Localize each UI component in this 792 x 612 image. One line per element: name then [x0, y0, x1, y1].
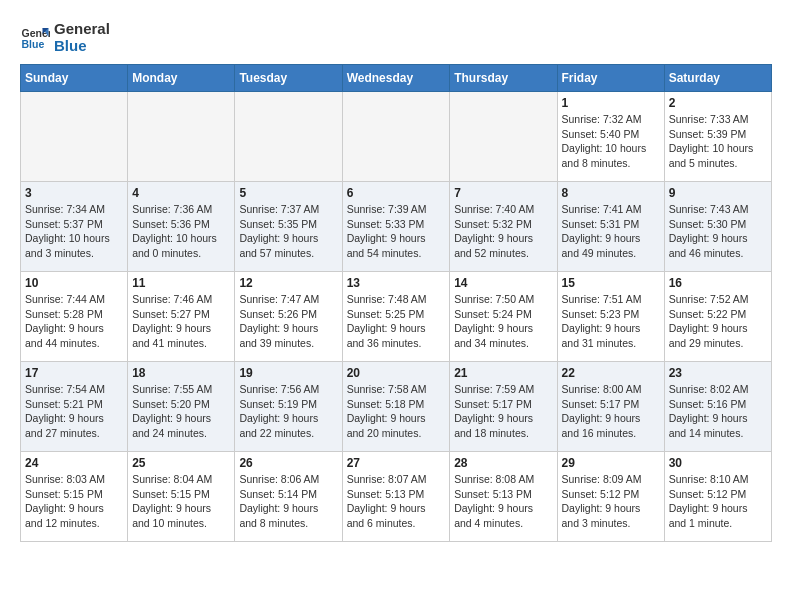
day-cell: 29Sunrise: 8:09 AM Sunset: 5:12 PM Dayli… — [557, 452, 664, 542]
day-number: 18 — [132, 366, 230, 380]
week-row-5: 24Sunrise: 8:03 AM Sunset: 5:15 PM Dayli… — [21, 452, 772, 542]
day-number: 26 — [239, 456, 337, 470]
day-number: 7 — [454, 186, 552, 200]
day-cell: 25Sunrise: 8:04 AM Sunset: 5:15 PM Dayli… — [128, 452, 235, 542]
day-number: 12 — [239, 276, 337, 290]
day-cell: 4Sunrise: 7:36 AM Sunset: 5:36 PM Daylig… — [128, 182, 235, 272]
day-info: Sunrise: 7:55 AM Sunset: 5:20 PM Dayligh… — [132, 382, 230, 441]
day-cell: 13Sunrise: 7:48 AM Sunset: 5:25 PM Dayli… — [342, 272, 450, 362]
weekday-header-thursday: Thursday — [450, 65, 557, 92]
day-number: 10 — [25, 276, 123, 290]
day-cell: 20Sunrise: 7:58 AM Sunset: 5:18 PM Dayli… — [342, 362, 450, 452]
day-info: Sunrise: 7:56 AM Sunset: 5:19 PM Dayligh… — [239, 382, 337, 441]
day-number: 25 — [132, 456, 230, 470]
day-cell: 26Sunrise: 8:06 AM Sunset: 5:14 PM Dayli… — [235, 452, 342, 542]
day-cell: 1Sunrise: 7:32 AM Sunset: 5:40 PM Daylig… — [557, 92, 664, 182]
day-number: 21 — [454, 366, 552, 380]
day-info: Sunrise: 8:02 AM Sunset: 5:16 PM Dayligh… — [669, 382, 767, 441]
day-number: 28 — [454, 456, 552, 470]
day-number: 9 — [669, 186, 767, 200]
day-cell: 6Sunrise: 7:39 AM Sunset: 5:33 PM Daylig… — [342, 182, 450, 272]
day-cell: 24Sunrise: 8:03 AM Sunset: 5:15 PM Dayli… — [21, 452, 128, 542]
day-cell: 15Sunrise: 7:51 AM Sunset: 5:23 PM Dayli… — [557, 272, 664, 362]
day-number: 19 — [239, 366, 337, 380]
day-number: 30 — [669, 456, 767, 470]
day-number: 23 — [669, 366, 767, 380]
day-number: 13 — [347, 276, 446, 290]
day-number: 11 — [132, 276, 230, 290]
day-info: Sunrise: 7:44 AM Sunset: 5:28 PM Dayligh… — [25, 292, 123, 351]
day-cell: 27Sunrise: 8:07 AM Sunset: 5:13 PM Dayli… — [342, 452, 450, 542]
day-cell: 2Sunrise: 7:33 AM Sunset: 5:39 PM Daylig… — [664, 92, 771, 182]
weekday-header-row: SundayMondayTuesdayWednesdayThursdayFrid… — [21, 65, 772, 92]
weekday-header-monday: Monday — [128, 65, 235, 92]
day-number: 3 — [25, 186, 123, 200]
day-number: 1 — [562, 96, 660, 110]
week-row-4: 17Sunrise: 7:54 AM Sunset: 5:21 PM Dayli… — [21, 362, 772, 452]
day-cell — [128, 92, 235, 182]
day-info: Sunrise: 7:34 AM Sunset: 5:37 PM Dayligh… — [25, 202, 123, 261]
weekday-header-sunday: Sunday — [21, 65, 128, 92]
weekday-header-tuesday: Tuesday — [235, 65, 342, 92]
day-info: Sunrise: 7:41 AM Sunset: 5:31 PM Dayligh… — [562, 202, 660, 261]
day-info: Sunrise: 8:09 AM Sunset: 5:12 PM Dayligh… — [562, 472, 660, 531]
day-cell: 16Sunrise: 7:52 AM Sunset: 5:22 PM Dayli… — [664, 272, 771, 362]
day-number: 4 — [132, 186, 230, 200]
day-info: Sunrise: 7:33 AM Sunset: 5:39 PM Dayligh… — [669, 112, 767, 171]
day-number: 16 — [669, 276, 767, 290]
week-row-3: 10Sunrise: 7:44 AM Sunset: 5:28 PM Dayli… — [21, 272, 772, 362]
day-info: Sunrise: 7:50 AM Sunset: 5:24 PM Dayligh… — [454, 292, 552, 351]
day-info: Sunrise: 7:52 AM Sunset: 5:22 PM Dayligh… — [669, 292, 767, 351]
page-header: General Blue General Blue — [20, 20, 772, 54]
day-info: Sunrise: 7:48 AM Sunset: 5:25 PM Dayligh… — [347, 292, 446, 351]
day-info: Sunrise: 7:58 AM Sunset: 5:18 PM Dayligh… — [347, 382, 446, 441]
day-number: 20 — [347, 366, 446, 380]
day-info: Sunrise: 8:04 AM Sunset: 5:15 PM Dayligh… — [132, 472, 230, 531]
day-info: Sunrise: 8:06 AM Sunset: 5:14 PM Dayligh… — [239, 472, 337, 531]
week-row-2: 3Sunrise: 7:34 AM Sunset: 5:37 PM Daylig… — [21, 182, 772, 272]
day-info: Sunrise: 7:37 AM Sunset: 5:35 PM Dayligh… — [239, 202, 337, 261]
week-row-1: 1Sunrise: 7:32 AM Sunset: 5:40 PM Daylig… — [21, 92, 772, 182]
day-info: Sunrise: 8:08 AM Sunset: 5:13 PM Dayligh… — [454, 472, 552, 531]
day-info: Sunrise: 7:39 AM Sunset: 5:33 PM Dayligh… — [347, 202, 446, 261]
logo-icon: General Blue — [20, 22, 50, 52]
weekday-header-friday: Friday — [557, 65, 664, 92]
weekday-header-wednesday: Wednesday — [342, 65, 450, 92]
day-info: Sunrise: 7:47 AM Sunset: 5:26 PM Dayligh… — [239, 292, 337, 351]
day-cell: 7Sunrise: 7:40 AM Sunset: 5:32 PM Daylig… — [450, 182, 557, 272]
day-cell: 10Sunrise: 7:44 AM Sunset: 5:28 PM Dayli… — [21, 272, 128, 362]
day-number: 24 — [25, 456, 123, 470]
day-number: 2 — [669, 96, 767, 110]
day-number: 29 — [562, 456, 660, 470]
logo-line1: General — [54, 20, 110, 37]
day-cell: 21Sunrise: 7:59 AM Sunset: 5:17 PM Dayli… — [450, 362, 557, 452]
day-number: 22 — [562, 366, 660, 380]
day-cell: 22Sunrise: 8:00 AM Sunset: 5:17 PM Dayli… — [557, 362, 664, 452]
day-cell: 30Sunrise: 8:10 AM Sunset: 5:12 PM Dayli… — [664, 452, 771, 542]
day-info: Sunrise: 8:10 AM Sunset: 5:12 PM Dayligh… — [669, 472, 767, 531]
day-number: 27 — [347, 456, 446, 470]
day-info: Sunrise: 7:43 AM Sunset: 5:30 PM Dayligh… — [669, 202, 767, 261]
day-info: Sunrise: 8:03 AM Sunset: 5:15 PM Dayligh… — [25, 472, 123, 531]
day-info: Sunrise: 8:07 AM Sunset: 5:13 PM Dayligh… — [347, 472, 446, 531]
day-cell: 12Sunrise: 7:47 AM Sunset: 5:26 PM Dayli… — [235, 272, 342, 362]
weekday-header-saturday: Saturday — [664, 65, 771, 92]
day-cell — [235, 92, 342, 182]
day-cell: 5Sunrise: 7:37 AM Sunset: 5:35 PM Daylig… — [235, 182, 342, 272]
day-cell: 9Sunrise: 7:43 AM Sunset: 5:30 PM Daylig… — [664, 182, 771, 272]
day-number: 5 — [239, 186, 337, 200]
day-number: 17 — [25, 366, 123, 380]
logo: General Blue General Blue — [20, 20, 110, 54]
day-number: 14 — [454, 276, 552, 290]
logo-line2: Blue — [54, 37, 110, 54]
day-cell: 8Sunrise: 7:41 AM Sunset: 5:31 PM Daylig… — [557, 182, 664, 272]
day-number: 6 — [347, 186, 446, 200]
day-info: Sunrise: 7:40 AM Sunset: 5:32 PM Dayligh… — [454, 202, 552, 261]
day-cell: 17Sunrise: 7:54 AM Sunset: 5:21 PM Dayli… — [21, 362, 128, 452]
day-cell — [450, 92, 557, 182]
svg-text:Blue: Blue — [22, 38, 45, 50]
day-info: Sunrise: 7:36 AM Sunset: 5:36 PM Dayligh… — [132, 202, 230, 261]
day-cell: 19Sunrise: 7:56 AM Sunset: 5:19 PM Dayli… — [235, 362, 342, 452]
day-cell — [342, 92, 450, 182]
day-info: Sunrise: 7:32 AM Sunset: 5:40 PM Dayligh… — [562, 112, 660, 171]
